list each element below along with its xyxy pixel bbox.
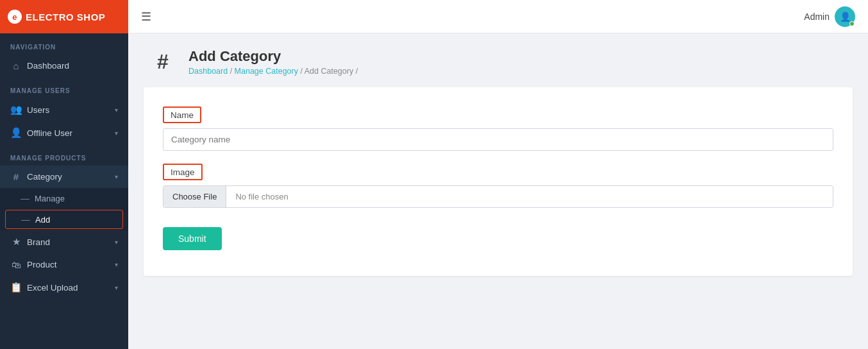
breadcrumb-add-category: Add Category [305,67,353,76]
main-wrapper: ☰ Admin 👤 # Add Category Dashboard / Man… [128,0,868,349]
logo-e: e [8,10,22,24]
online-dot [849,21,855,26]
page-title: Add Category [188,48,358,65]
chevron-down-icon-4: ▾ [115,239,118,246]
users-icon: 👥 [10,104,22,115]
breadcrumb-sep-3: / [356,67,358,76]
category-name-input[interactable] [163,128,833,151]
name-label-wrapper: Name [163,106,201,123]
chevron-down-icon-5: ▾ [115,261,118,268]
page-header: # Add Category Dashboard / Manage Catego… [128,33,868,87]
sidebar-item-label-offline-user: Offline User [27,128,72,138]
sidebar-item-product[interactable]: 🛍 Product ▾ [0,253,128,276]
brand-star-icon: ★ [10,236,22,248]
chevron-down-icon-2: ▾ [115,130,118,137]
logo-text: ELECTRO SHOP [26,12,105,22]
sidebar-sub-manage[interactable]: — Manage [0,188,128,209]
chevron-down-icon-3: ▾ [115,173,118,180]
dash-icon-manage: — [21,193,29,203]
submit-button[interactable]: Submit [163,227,222,250]
chevron-down-icon: ▾ [115,106,118,114]
page-header-icon: # [147,46,178,77]
sidebar-sub-add[interactable]: — Add [5,210,123,229]
dash-icon-add: — [21,214,30,225]
topbar-username: Admin [804,12,830,22]
sidebar-item-label-category: Category [27,172,62,182]
home-icon: ⌂ [10,60,22,71]
sidebar-item-label-product: Product [27,260,57,269]
breadcrumb-dashboard[interactable]: Dashboard [188,67,228,76]
sidebar-item-category[interactable]: # Category ▾ [0,166,128,188]
breadcrumb-manage-category[interactable]: Manage Category [235,67,298,76]
avatar-icon: 👤 [840,12,851,22]
avatar[interactable]: 👤 [835,6,855,27]
image-label-wrapper: Image [163,164,203,180]
image-label: Image [171,167,195,177]
sidebar-item-label-users: Users [27,105,49,115]
sidebar-item-label-dashboard: Dashboard [27,61,69,71]
excel-icon: 📋 [10,282,22,293]
category-hash-icon: # [10,171,22,182]
sidebar-logo[interactable]: e ELECTRO SHOP [0,0,128,33]
sidebar-item-label-excel: Excel Upload [27,283,78,293]
form-card: Name Image Choose File No file chosen Su… [144,87,853,276]
topbar-user: Admin 👤 [804,6,855,27]
breadcrumb: Dashboard / Manage Category / Add Catego… [188,67,358,76]
sidebar-item-offline-user[interactable]: 👤 Offline User ▾ [0,121,128,144]
sidebar-sub-label-add: Add [35,215,50,225]
manage-users-label: MANAGE USERS [0,77,128,98]
hamburger-icon[interactable]: ☰ [141,10,151,24]
sidebar-item-label-brand: Brand [27,237,50,247]
name-label: Name [171,110,194,120]
nav-section-label: NAVIGATION [0,33,128,55]
category-submenu: — Manage — Add [0,188,128,230]
file-input-wrapper: Choose File No file chosen [163,185,833,208]
hash-icon-large: # [157,50,169,74]
sidebar-item-dashboard[interactable]: ⌂ Dashboard [0,55,128,77]
offline-user-icon: 👤 [10,127,22,139]
sidebar: e ELECTRO SHOP NAVIGATION ⌂ Dashboard MA… [0,0,128,349]
chevron-down-icon-6: ▾ [115,284,118,291]
sidebar-item-users[interactable]: 👥 Users ▾ [0,98,128,121]
sidebar-sub-label-manage: Manage [35,194,65,203]
name-field-group: Name [163,106,833,151]
sidebar-item-brand[interactable]: ★ Brand ▾ [0,230,128,253]
choose-file-button[interactable]: Choose File [163,186,226,207]
page-content: # Add Category Dashboard / Manage Catego… [128,33,868,349]
sidebar-item-excel-upload[interactable]: 📋 Excel Upload ▾ [0,276,128,299]
page-header-text: Add Category Dashboard / Manage Category… [188,48,358,76]
no-file-chosen-text: No file chosen [226,186,297,207]
image-field-group: Image Choose File No file chosen [163,164,833,208]
breadcrumb-sep-1: / [230,67,235,76]
product-icon: 🛍 [10,259,22,270]
manage-products-label: MANAGE PRODUCTS [0,144,128,166]
topbar: ☰ Admin 👤 [128,0,868,33]
